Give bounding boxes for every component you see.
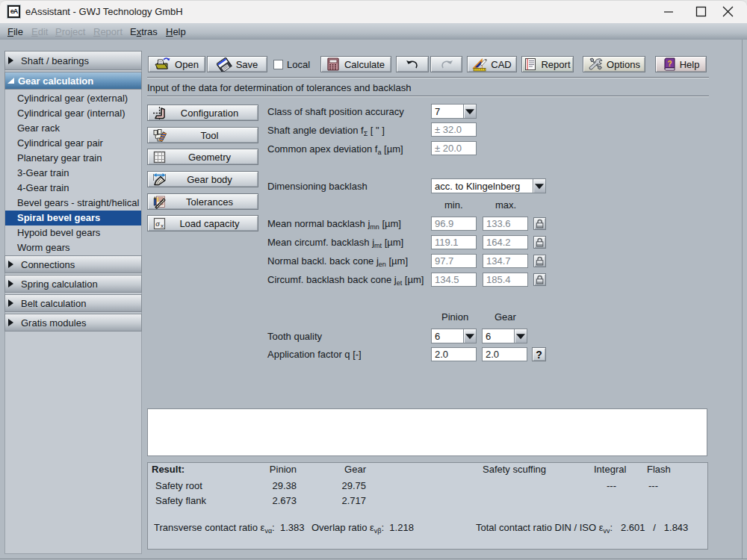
svg-text:x: x — [161, 223, 164, 229]
svg-text:σ: σ — [155, 218, 160, 227]
svg-text:?: ? — [667, 60, 672, 68]
